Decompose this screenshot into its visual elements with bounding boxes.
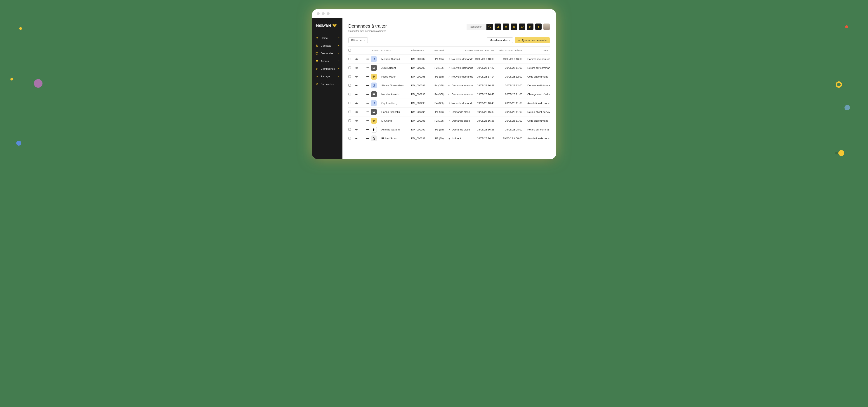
key-icon [315, 67, 318, 70]
chat-button[interactable] [519, 24, 525, 30]
pencil-icon[interactable] [360, 128, 364, 131]
search-input[interactable] [467, 24, 487, 30]
pencil-icon[interactable] [360, 102, 364, 105]
reports-button[interactable] [527, 24, 533, 30]
pencil-icon[interactable] [360, 58, 364, 61]
contact-cell: Li Chang [381, 119, 410, 122]
col-priorite: PRIORITÉ [432, 50, 447, 52]
heart-icon [332, 24, 337, 28]
more-icon[interactable]: ••• [365, 119, 370, 122]
more-icon[interactable]: ••• [365, 137, 370, 140]
table-row[interactable]: ••• Li Chang DM_000293 P2 (12h) ✓Demande… [348, 117, 550, 125]
status-icon: ✓ [448, 128, 451, 131]
chat-icon [521, 25, 524, 28]
view-icon[interactable] [354, 137, 359, 140]
view-icon[interactable] [354, 84, 359, 87]
col-creation: DATE DE CREATION [474, 50, 494, 52]
add-request-button[interactable]: Ajouter une demande [515, 37, 550, 43]
status-icon: ⚡︎ [448, 67, 450, 69]
home-icon [315, 36, 318, 39]
row-checkbox[interactable] [348, 75, 351, 78]
created-cell: 19/05/23 16:59 [474, 84, 494, 87]
filter-button[interactable]: Filtrer par ▾ [348, 37, 368, 43]
sidebar-item-paramètres[interactable]: Paramètres▼ [312, 80, 342, 88]
row-checkbox[interactable] [348, 137, 351, 139]
more-icon[interactable]: ••• [365, 101, 370, 105]
table-row[interactable]: ••• Haddas Afwerki DM_000296 P4 (36h) ▭D… [348, 90, 550, 99]
sidebar-item-demandes[interactable]: Demandes▼ [312, 50, 342, 57]
objet-cell: Commande non récepti [523, 58, 550, 60]
pencil-icon[interactable] [360, 119, 364, 122]
view-icon[interactable] [354, 102, 359, 105]
view-icon[interactable] [354, 111, 359, 114]
objet-cell: Retour client de "Avis Vé [523, 111, 550, 113]
row-checkbox[interactable] [348, 119, 351, 122]
view-icon[interactable] [354, 119, 359, 122]
add-button[interactable] [535, 24, 541, 30]
table-row[interactable]: ••• Hanna Zielinska DM_000294 P1 (6h) ✓D… [348, 107, 550, 117]
pencil-icon[interactable] [360, 75, 364, 78]
sidebar-item-achats[interactable]: Achats▼ [312, 57, 342, 65]
sidebar-item-home[interactable]: Home▼ [312, 34, 342, 42]
created-cell: 19/05/23 17:14 [474, 75, 494, 78]
view-icon[interactable] [354, 75, 359, 78]
col-resolution: RÉSOLUTION PRÉVUE [495, 50, 522, 52]
contact-cell: Hanna Zielinska [381, 111, 410, 113]
row-checkbox[interactable] [348, 58, 351, 60]
row-checkbox[interactable] [348, 128, 351, 131]
row-checkbox[interactable] [348, 102, 351, 104]
table-row[interactable]: ••• Mélanie Sigfried DM_000302 P1 (6h) ⚡… [348, 55, 550, 64]
table-row[interactable]: ••• Richart Smart DM_000291 P1 (6h) ⊞Inc… [348, 134, 550, 143]
row-checkbox[interactable] [348, 66, 351, 69]
priority-cell: P4 (36h) [432, 84, 447, 87]
table-row[interactable]: ••• Arianne Garand DM_000292 P1 (6h) ✓De… [348, 125, 550, 134]
view-icon[interactable] [354, 58, 359, 61]
sidebar-item-contacts[interactable]: Contacts▼ [312, 42, 342, 50]
chevron-down-icon: ▼ [338, 37, 340, 39]
pencil-icon[interactable] [360, 111, 364, 114]
table-row[interactable]: ••• Silvina Alonzo Gosz DM_000297 P4 (36… [348, 81, 550, 90]
status-cell: ▭Demande en cours [448, 84, 473, 87]
search-button[interactable] [487, 24, 493, 30]
mail-button[interactable] [511, 24, 517, 30]
sidebar-item-campagnes[interactable]: Campagnes▼ [312, 65, 342, 72]
row-checkbox[interactable] [348, 84, 351, 87]
svg-rect-10 [505, 26, 507, 28]
page-title: Demandes à traiter [348, 24, 387, 29]
view-icon[interactable] [354, 66, 359, 69]
objet-cell: Annulation de comman [523, 137, 550, 140]
scope-button[interactable]: Mes demandes ▾ [487, 37, 513, 43]
more-icon[interactable]: ••• [365, 93, 370, 96]
status-icon: ⚡︎ [448, 102, 450, 104]
reference-cell: DM_000296 [411, 93, 431, 96]
row-checkbox[interactable] [348, 93, 351, 95]
avatar[interactable] [544, 24, 550, 30]
more-icon[interactable]: ••• [365, 111, 370, 114]
more-icon[interactable]: ••• [365, 75, 370, 78]
canal-icon [371, 127, 377, 132]
notifications-button[interactable] [495, 24, 501, 30]
table-row[interactable]: ••• Gry Lundberg DM_000295 P4 (36h) ⚡︎No… [348, 99, 550, 107]
more-icon[interactable]: ••• [365, 128, 370, 131]
view-icon[interactable] [354, 128, 359, 131]
pencil-icon[interactable] [360, 93, 364, 96]
select-all-checkbox[interactable] [348, 49, 351, 52]
pencil-icon[interactable] [360, 84, 364, 87]
status-icon: ✓ [448, 120, 451, 122]
pencil-icon[interactable] [360, 137, 364, 140]
calendar-button[interactable] [503, 24, 509, 30]
more-icon[interactable]: ••• [365, 84, 370, 87]
due-cell: 20/05/23 11:00 [495, 119, 522, 122]
view-icon[interactable] [354, 93, 359, 96]
more-icon[interactable]: ••• [365, 66, 370, 69]
sidebar-item-partage[interactable]: Partage▼ [312, 72, 342, 80]
contact-cell: Pierre Martin [381, 75, 410, 78]
row-checkbox[interactable] [348, 111, 351, 113]
status-icon: ⊞ [448, 137, 451, 140]
more-icon[interactable]: ••• [365, 57, 370, 61]
pencil-icon[interactable] [360, 66, 364, 69]
col-canal: CANAL [371, 50, 380, 52]
priority-cell: P2 (12h) [432, 66, 447, 69]
table-row[interactable]: ••• Pierre Martin DM_000298 P1 (6h) ⚡︎No… [348, 72, 550, 81]
table-row[interactable]: ••• Julie Dupont DM_000299 P2 (12h) ⚡︎No… [348, 64, 550, 72]
